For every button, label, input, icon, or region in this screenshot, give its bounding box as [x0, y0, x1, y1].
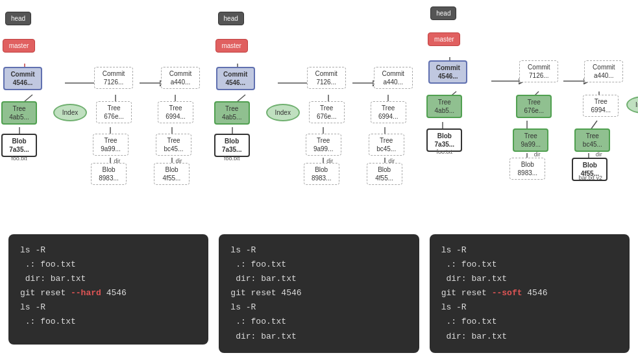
- node-tree9a99-3: Tree9a99...: [513, 128, 548, 152]
- node-tree676e-1: Tree676e...: [96, 101, 132, 123]
- node-tree9a99-1: Tree9a99...: [93, 134, 129, 156]
- node-treebc45-2: Treebc45...: [369, 134, 404, 156]
- terminal-line: ls -R: [20, 300, 197, 315]
- terminal-line: .: foo.txt: [230, 315, 407, 329]
- node-bartxtv2-3: bar.txt v2: [569, 173, 611, 184]
- terminal-line: dir: bar.txt: [441, 330, 618, 344]
- node-master-3: master: [428, 32, 460, 46]
- node-commita440-3: Commita440...: [584, 60, 623, 82]
- node-master-2: master: [215, 39, 248, 53]
- terminal-line: dir: bar.txt: [20, 272, 197, 286]
- node-tree6994-2: Tree6994...: [371, 101, 406, 123]
- node-commit4546-1: Commit4546...: [3, 67, 42, 90]
- node-master-1: master: [3, 39, 35, 53]
- flag-soft: --soft: [492, 288, 522, 298]
- terminal-line: dir: bar.txt: [230, 330, 407, 344]
- node-blob8983-3: Blob8983...: [509, 158, 545, 180]
- node-tree4ab5-3: Tree4ab5...: [426, 95, 462, 118]
- node-head-1: head: [5, 12, 31, 25]
- terminal-line: ls -R: [230, 243, 407, 258]
- node-tree6994-1: Tree6994...: [158, 101, 193, 123]
- node-commit7126-3: Commit7126...: [519, 60, 558, 82]
- panel-hard: head master Commit4546... Commit7126... …: [0, 5, 213, 171]
- node-tree6994-3: Tree6994...: [583, 95, 619, 117]
- node-index-1: Index: [53, 104, 87, 121]
- terminal-hard: ls -R .: foo.txt dir: bar.txt git reset …: [3, 231, 214, 359]
- node-commit7126-2: Commit7126...: [307, 67, 346, 89]
- node-head-2: head: [218, 12, 244, 25]
- node-treebc45-3: Treebc45...: [574, 128, 610, 152]
- terminal-line: .: foo.txt: [20, 315, 197, 329]
- terminal-line: dir: bar.txt: [441, 272, 618, 286]
- terminal-line: ls -R: [441, 300, 618, 315]
- node-tree9a99-2: Tree9a99...: [306, 134, 341, 156]
- node-blob4f55-2: Blob4f55...: [367, 163, 402, 185]
- node-tree4ab5-1: Tree4ab5...: [1, 101, 37, 125]
- terminal-soft: ls -R .: foo.txt dir: bar.txt git reset …: [424, 231, 635, 359]
- node-tree676e-2: Tree676e...: [309, 101, 345, 123]
- terminal-mixed: ls -R .: foo.txt dir: bar.txt git reset …: [214, 231, 424, 359]
- terminal-line: .: foo.txt: [441, 258, 618, 272]
- node-commit4546-2: Commit4546...: [216, 67, 255, 90]
- terminal-line: .: foo.txt: [441, 315, 618, 329]
- node-blob4f55-1: Blob4f55...: [154, 163, 190, 185]
- node-blob8983-1: Blob8983...: [91, 163, 127, 185]
- terminal-line: dir: bar.txt: [230, 272, 407, 286]
- terminal-line: git reset --soft 4546: [441, 286, 618, 300]
- panel-mixed: head master Commit4546... Commit7126... …: [213, 5, 426, 171]
- terminal-line: .: foo.txt: [20, 258, 197, 272]
- terminal-line: git reset --hard 4546: [20, 286, 197, 300]
- node-footxt-2: foo.txt: [214, 153, 250, 165]
- node-index-3: Index: [626, 96, 638, 114]
- node-treebc45-1: Treebc45...: [156, 134, 191, 156]
- panel-soft: head master Commit4546... Commit7126... …: [425, 5, 638, 171]
- terminal-line: git reset 4546: [230, 286, 407, 300]
- terminal-line: ls -R: [230, 300, 407, 315]
- node-footxt-1: foo.txt: [1, 153, 37, 165]
- node-tree676e-3: Tree676e...: [516, 95, 552, 118]
- node-footxt-3: foo.txt: [426, 147, 462, 158]
- node-commita440-2: Commita440...: [374, 67, 413, 89]
- node-commita440-1: Commita440...: [161, 67, 200, 89]
- node-commit4546-3: Commit4546...: [428, 60, 467, 84]
- node-blob8983-2: Blob8983...: [304, 163, 339, 185]
- terminal-line: ls -R: [441, 243, 618, 258]
- node-commit7126-1: Commit7126...: [94, 67, 133, 89]
- node-index-2: Index: [266, 104, 300, 121]
- node-tree4ab5-2: Tree4ab5...: [214, 101, 250, 125]
- flag-hard: --hard: [71, 288, 101, 298]
- terminal-line: ls -R: [20, 243, 197, 258]
- terminal-line: .: foo.txt: [230, 258, 407, 272]
- node-head-3: head: [430, 6, 456, 20]
